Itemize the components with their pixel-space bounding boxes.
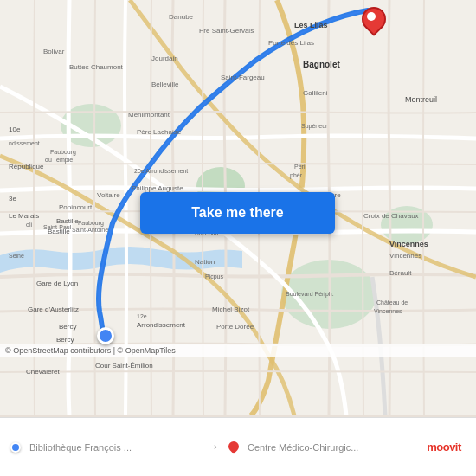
from-location: Bibliothèque François ... bbox=[29, 442, 196, 453]
svg-text:Gare d'Austerlitz: Gare d'Austerlitz bbox=[28, 306, 79, 313]
svg-text:Danube: Danube bbox=[169, 13, 194, 21]
svg-text:Buttes Chaumont: Buttes Chaumont bbox=[69, 63, 124, 71]
svg-text:Pré Saint-Gervais: Pré Saint-Gervais bbox=[199, 27, 254, 35]
svg-text:Bercy: Bercy bbox=[56, 336, 74, 344]
svg-text:Picpus: Picpus bbox=[205, 273, 224, 280]
svg-text:Bastille: Bastille bbox=[56, 217, 79, 225]
destination-icon bbox=[228, 441, 239, 453]
to-location-label: Centre Médico-Chirurgic... bbox=[248, 442, 414, 453]
svg-text:10e: 10e bbox=[9, 125, 21, 133]
svg-text:Bolivar: Bolivar bbox=[43, 48, 65, 55]
svg-text:Montreuil: Montreuil bbox=[405, 95, 437, 104]
from-location-label: Bibliothèque François ... bbox=[29, 442, 196, 453]
svg-text:Porte des Lilas: Porte des Lilas bbox=[268, 39, 314, 47]
svg-text:Supérieur: Supérieur bbox=[301, 123, 328, 130]
svg-text:Bastille: Bastille bbox=[48, 228, 70, 235]
bottom-bar: Bibliothèque François ... → Centre Médic… bbox=[0, 417, 476, 476]
svg-text:Saint-Fargeau: Saint-Fargeau bbox=[221, 74, 265, 81]
svg-text:République: République bbox=[9, 163, 44, 170]
to-location: Centre Médico-Chirurgic... bbox=[248, 442, 414, 453]
moovit-brand-text: moovit bbox=[427, 441, 461, 453]
svg-text:Cour Saint-Émilion: Cour Saint-Émilion bbox=[95, 362, 153, 370]
svg-text:Saint-Antoine: Saint-Antoine bbox=[72, 227, 108, 233]
svg-text:Gare de Lyon: Gare de Lyon bbox=[36, 280, 78, 287]
moovit-logo: moovit bbox=[422, 435, 466, 460]
svg-text:Boulevard Périph.: Boulevard Périph. bbox=[286, 291, 334, 298]
svg-text:oli: oli bbox=[26, 222, 32, 228]
arrow-icon: → bbox=[204, 438, 220, 456]
svg-text:Vincennes: Vincennes bbox=[389, 240, 428, 248]
svg-text:phér: phér bbox=[290, 172, 303, 179]
svg-text:Vincennes: Vincennes bbox=[389, 252, 421, 260]
map-area[interactable]: Bolivar Danube Pré Saint-Gervais Les Lil… bbox=[0, 0, 476, 415]
svg-text:20e Arrondissement: 20e Arrondissement bbox=[134, 168, 188, 174]
svg-text:Porte Dorée: Porte Dorée bbox=[216, 323, 254, 331]
svg-text:Nation: Nation bbox=[195, 258, 215, 266]
svg-text:Croix de Chavaux: Croix de Chavaux bbox=[363, 212, 419, 220]
origin-marker bbox=[97, 327, 114, 344]
destination-marker bbox=[362, 7, 383, 35]
attribution-text: © OpenStreetMap contributors | © OpenMap… bbox=[5, 346, 176, 355]
svg-text:Vincennes: Vincennes bbox=[374, 308, 402, 314]
svg-text:Arrondissement: Arrondissement bbox=[137, 321, 186, 329]
svg-text:Belleville: Belleville bbox=[151, 80, 179, 88]
svg-text:Bérault: Bérault bbox=[389, 269, 412, 277]
svg-text:Michel Bizot: Michel Bizot bbox=[212, 306, 250, 313]
svg-text:Père Lachaise: Père Lachaise bbox=[137, 128, 182, 136]
svg-text:Faubourg: Faubourg bbox=[50, 149, 76, 156]
svg-text:12e: 12e bbox=[137, 313, 147, 319]
svg-text:Voltaire: Voltaire bbox=[97, 191, 120, 199]
svg-text:Péri: Péri bbox=[294, 164, 306, 170]
svg-text:Le Marais: Le Marais bbox=[9, 212, 39, 220]
svg-text:Chevaleret: Chevaleret bbox=[26, 368, 60, 376]
app-container: Bolivar Danube Pré Saint-Gervais Les Lil… bbox=[0, 0, 476, 476]
svg-text:Jourdain: Jourdain bbox=[151, 55, 178, 62]
take-me-there-button[interactable]: Take me there bbox=[140, 192, 335, 234]
svg-text:Château de: Château de bbox=[376, 299, 408, 306]
origin-icon bbox=[10, 442, 21, 453]
svg-text:Philippe Auguste: Philippe Auguste bbox=[132, 184, 183, 192]
map-attribution: © OpenStreetMap contributors | © OpenMap… bbox=[0, 344, 476, 357]
svg-text:Faubourg: Faubourg bbox=[78, 220, 104, 227]
svg-text:Gallileni: Gallileni bbox=[303, 89, 328, 97]
svg-text:Popincourt: Popincourt bbox=[59, 203, 93, 211]
svg-text:du Temple: du Temple bbox=[45, 157, 73, 164]
svg-text:3e: 3e bbox=[9, 195, 16, 203]
svg-text:Bercy: Bercy bbox=[59, 323, 76, 331]
svg-text:Les Lilas: Les Lilas bbox=[294, 21, 328, 29]
svg-text:Ménilmontant: Ménilmontant bbox=[128, 111, 170, 119]
svg-text:Seine: Seine bbox=[9, 253, 24, 259]
svg-text:ndissement: ndissement bbox=[9, 140, 40, 146]
svg-text:Bagnolet: Bagnolet bbox=[303, 60, 340, 69]
